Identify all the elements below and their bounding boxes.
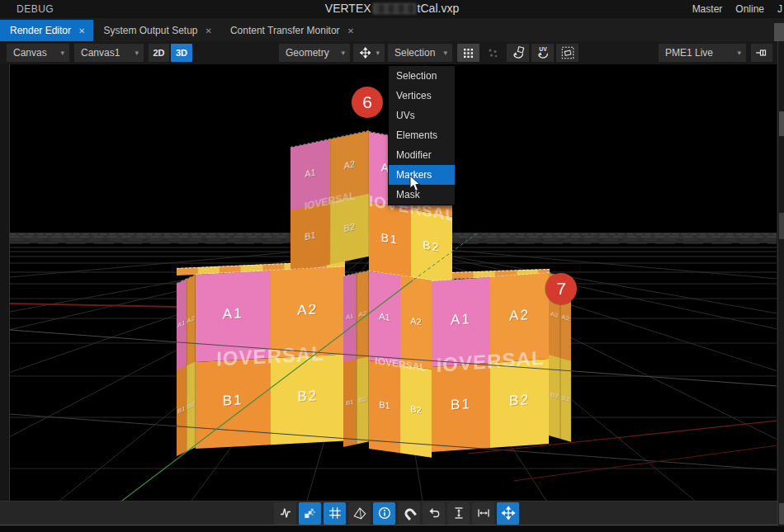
view-3d-button[interactable]: 3D — [171, 44, 192, 62]
selection-mode-dropdown[interactable]: Selection ▾ — [388, 44, 452, 62]
fit-width-icon — [476, 506, 491, 520]
menu-item-elements[interactable]: Elements — [389, 125, 455, 145]
pixel-blocks-toggle[interactable] — [299, 502, 321, 525]
chevron-down-icon: ▾ — [60, 49, 64, 57]
cube-face: A1 A2 B1 B2 IOVERSAL — [290, 130, 369, 273]
clipped-menu[interactable]: J — [777, 3, 782, 15]
menu-item-vertices[interactable]: Vertices — [389, 86, 455, 106]
titlebar-status: Master Online J — [692, 3, 782, 15]
cube-face: A1 A2 B1 B2 IOVERSAL — [369, 271, 432, 458]
tab-render-editor[interactable]: Render Editor ✕ — [0, 20, 93, 41]
info-overlay-toggle[interactable] — [373, 502, 395, 525]
reset-transform-button[interactable] — [507, 44, 529, 62]
file-name: tCal.vxp — [418, 2, 460, 15]
rail-grip[interactable] — [779, 111, 784, 136]
info-icon — [377, 506, 392, 520]
svg-text:UV: UV — [539, 46, 547, 52]
tab-bar: Render Editor ✕ System Output Setup ✕ Co… — [0, 18, 784, 41]
view-2d-button[interactable]: 2D — [149, 44, 169, 62]
chevron-down-icon: ▾ — [443, 49, 447, 57]
frustum-toggle[interactable] — [348, 502, 371, 525]
right-panel-rail[interactable] — [777, 41, 784, 526]
undo-icon — [427, 506, 442, 520]
x-axis-line — [10, 304, 177, 307]
fit-height-icon — [451, 506, 466, 520]
reset-uv-button[interactable]: UV — [531, 44, 554, 62]
chevron-down-icon: ▾ — [737, 49, 741, 57]
menu-item-uvs[interactable]: UVs — [389, 106, 455, 125]
canvas-select-dropdown[interactable]: Canvas1 ▾ — [74, 44, 144, 62]
close-icon[interactable]: ✕ — [347, 26, 354, 35]
selection-mode-menu: Selection Vertices UVs Elements Modifier… — [388, 65, 456, 205]
step-badge-6: 6 — [352, 87, 383, 118]
titlebar: DEBUG VERTEX tCal.vxp Master Online J — [0, 0, 784, 18]
render-toolbar: Canvas ▾ Canvas1 ▾ 2D 3D Geometry ▾ ▾ — [0, 41, 784, 64]
fit-width-button[interactable] — [472, 502, 494, 525]
window-title: VERTEX tCal.vxp — [0, 2, 784, 15]
cube-face: A1 A2 B1 B2 IOVERSAL — [432, 272, 549, 452]
rail-grip[interactable] — [779, 503, 784, 525]
cube-face: A1 A2 B1 B2 — [177, 274, 196, 456]
grid-toggle[interactable] — [324, 502, 346, 525]
pin-panel-button[interactable] — [751, 44, 772, 62]
app-name: VERTEX — [325, 2, 371, 15]
render-viewport-canvas[interactable]: A1 A2 B1 B2 IOVERSAL A1 A2 B1 B2 IOVERSA… — [9, 64, 777, 501]
close-icon[interactable]: ✕ — [78, 26, 85, 35]
tab-content-transfer-monitor[interactable]: Content Transfer Monitor ✕ — [220, 20, 362, 41]
move-icon — [360, 46, 371, 59]
chevron-down-icon: ▾ — [375, 49, 380, 57]
cube-face: A1 A2 B1 B2 — [343, 270, 369, 447]
pixel-blocks-icon — [303, 506, 318, 520]
reset-transform-icon — [511, 45, 526, 60]
pan-icon — [501, 506, 516, 520]
menu-item-mask[interactable]: Mask — [389, 185, 455, 205]
geometry-dropdown[interactable]: Geometry ▾ — [279, 44, 350, 62]
viewport-toolbar — [0, 501, 777, 525]
fit-height-button[interactable] — [447, 502, 470, 525]
reset-uv-icon: UV — [536, 45, 550, 60]
chevron-down-icon: ▾ — [135, 49, 139, 57]
vertex-dots-icon — [486, 46, 499, 59]
grid-snap-button[interactable] — [457, 44, 479, 62]
output-target-dropdown[interactable]: PME1 Live ▾ — [659, 44, 746, 62]
frame-selection-icon — [560, 45, 575, 60]
tab-system-output-setup[interactable]: System Output Setup ✕ — [93, 20, 220, 41]
mouse-cursor — [409, 175, 421, 192]
frustum-icon — [352, 506, 367, 520]
window-bottom-edge — [0, 526, 784, 532]
waveform-icon — [278, 506, 293, 520]
vertex-snap-button[interactable] — [483, 44, 503, 62]
undo-view-button[interactable] — [423, 502, 445, 525]
online-menu[interactable]: Online — [735, 3, 764, 15]
frame-selection-button[interactable] — [556, 44, 579, 62]
close-icon[interactable]: ✕ — [205, 26, 212, 35]
pin-icon — [754, 45, 769, 60]
grid-icon — [328, 506, 342, 520]
pan-tool-button[interactable] — [497, 502, 519, 525]
transform-mode-button[interactable]: ▾ — [353, 44, 385, 62]
tab-overflow-button[interactable] — [774, 23, 784, 41]
waveform-toggle[interactable] — [274, 502, 296, 525]
menu-item-modifier[interactable]: Modifier — [389, 145, 455, 165]
master-menu[interactable]: Master — [692, 3, 723, 15]
redacted-filename-blur — [373, 3, 416, 14]
rail-grip[interactable] — [779, 213, 784, 239]
snap-magnet-toggle[interactable] — [398, 502, 420, 525]
cube-face: A1 A2 B1 B2 IOVERSAL — [196, 266, 345, 449]
canvas-type-dropdown[interactable]: Canvas ▾ — [7, 44, 69, 62]
magnet-icon — [402, 506, 417, 520]
grid-snap-icon — [462, 47, 475, 59]
step-badge-7: 7 — [545, 273, 577, 304]
vertex-app-window: DEBUG VERTEX tCal.vxp Master Online J Re… — [0, 0, 784, 532]
menu-item-selection[interactable]: Selection — [389, 66, 455, 86]
chevron-down-icon: ▾ — [341, 49, 345, 57]
menu-item-markers[interactable]: Markers — [389, 165, 455, 185]
